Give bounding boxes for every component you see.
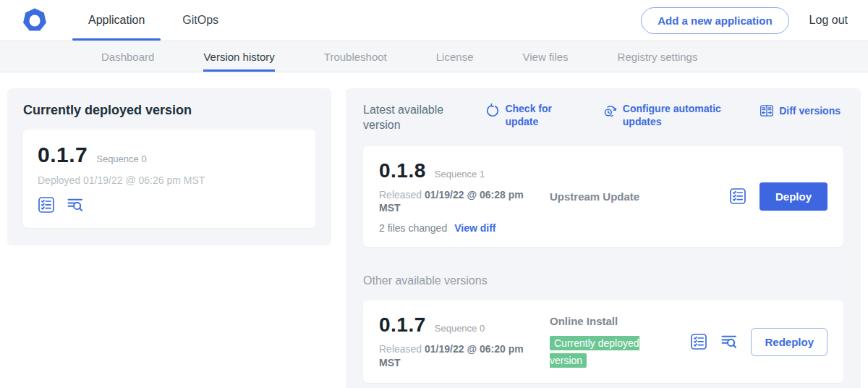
subnav-version-history[interactable]: Version history <box>203 41 274 72</box>
latest-version-sequence: Sequence 1 <box>435 169 485 180</box>
diff-versions-icon <box>760 104 774 118</box>
check-for-update-label: Check for update <box>505 103 574 128</box>
app-logo[interactable] <box>0 0 69 41</box>
check-for-update-link[interactable]: Check for update <box>485 103 574 128</box>
tab-gitops[interactable]: GitOps <box>163 0 237 41</box>
subnav-troubleshoot[interactable]: Troubleshoot <box>324 41 387 72</box>
other-version-number: 0.1.7 <box>379 313 426 337</box>
configure-automatic-updates-label: Configure automatic updates <box>623 103 731 128</box>
available-versions-panel: Latest available version Check for updat… <box>346 88 861 388</box>
other-version-sequence: Sequence 0 <box>435 323 485 334</box>
subnav-dashboard[interactable]: Dashboard <box>101 41 154 72</box>
currently-deployed-badge: Currently deployed version <box>550 336 639 368</box>
latest-version-card: 0.1.8 Sequence 1 Released 01/19/22 @ 06:… <box>363 146 843 248</box>
current-deployed-timestamp: Deployed 01/19/22 @ 06:26 pm MST <box>38 174 301 186</box>
latest-released-timestamp: Released 01/19/22 @ 06:28 pm MST <box>379 188 547 216</box>
diff-versions-link[interactable]: Diff versions <box>760 103 841 118</box>
other-version-card: 0.1.7 Sequence 0 Released 01/19/22 @ 06:… <box>363 300 843 383</box>
files-changed-count: 2 files changed <box>379 222 447 234</box>
preflight-checks-icon[interactable] <box>690 333 707 350</box>
top-nav-right: Add a new application Log out <box>641 0 868 41</box>
currently-deployed-panel: Currently deployed version 0.1.7 Sequenc… <box>7 88 331 245</box>
tab-gitops-label: GitOps <box>182 14 218 27</box>
other-version-source: Online Install <box>550 315 690 327</box>
current-version-card: 0.1.7 Sequence 0 Deployed 01/19/22 @ 06:… <box>23 130 315 228</box>
top-nav: Application GitOps Add a new application… <box>0 0 868 41</box>
kots-logo-icon <box>22 7 48 33</box>
other-released-timestamp: Released 01/19/22 @ 06:20 pm MST <box>379 342 547 370</box>
logout-link[interactable]: Log out <box>809 14 848 27</box>
subnav-registry-settings[interactable]: Registry settings <box>618 41 698 72</box>
released-label: Released <box>379 343 422 355</box>
other-available-versions-title: Other available versions <box>363 274 843 287</box>
main-content: Currently deployed version 0.1.7 Sequenc… <box>0 72 868 388</box>
scheduled-update-icon <box>603 104 618 118</box>
tab-application[interactable]: Application <box>69 0 163 41</box>
subnav-view-files[interactable]: View files <box>522 41 568 72</box>
latest-available-title: Latest available version <box>363 103 457 133</box>
redeploy-button[interactable]: Redeploy <box>751 328 827 356</box>
app-sub-nav: Dashboard Version history Troubleshoot L… <box>0 41 868 72</box>
current-version-number: 0.1.7 <box>38 143 88 167</box>
configure-automatic-updates-link[interactable]: Configure automatic updates <box>603 103 731 128</box>
latest-version-source: Upstream Update <box>550 190 729 203</box>
add-application-button[interactable]: Add a new application <box>641 7 788 34</box>
currently-deployed-title: Currently deployed version <box>23 103 315 118</box>
subnav-license[interactable]: License <box>436 41 474 72</box>
preflight-checks-icon[interactable] <box>38 196 55 214</box>
deploy-button[interactable]: Deploy <box>760 182 827 211</box>
view-diff-link[interactable]: View diff <box>454 222 495 234</box>
tab-application-label: Application <box>88 14 145 27</box>
refresh-icon <box>485 104 500 118</box>
view-logs-icon[interactable] <box>720 333 738 350</box>
current-version-sequence: Sequence 0 <box>96 153 146 164</box>
top-nav-tabs: Application GitOps <box>69 0 237 41</box>
view-logs-icon[interactable] <box>67 196 84 214</box>
released-label: Released <box>379 189 422 201</box>
diff-versions-label: Diff versions <box>779 105 841 118</box>
preflight-checks-icon[interactable] <box>729 187 746 205</box>
latest-version-number: 0.1.8 <box>379 159 426 182</box>
